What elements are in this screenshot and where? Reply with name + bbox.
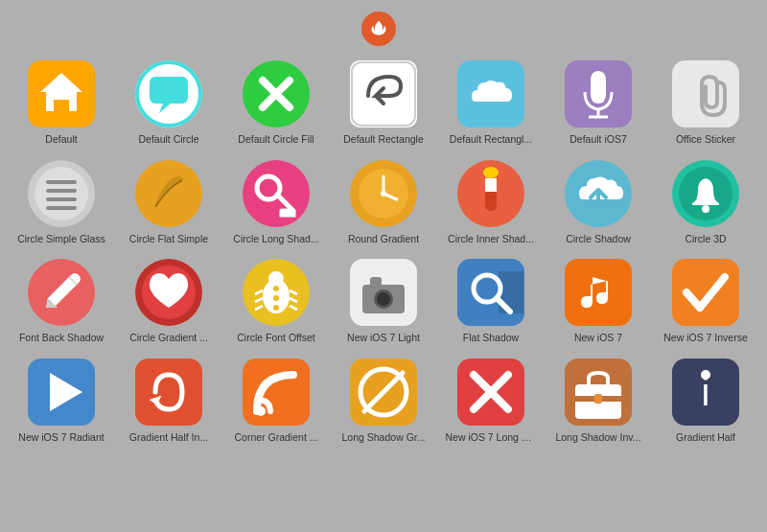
svg-point-20: [135, 160, 202, 227]
svg-point-33: [702, 205, 709, 213]
style-icon-default-ios7: [564, 59, 633, 128]
svg-rect-16: [46, 180, 77, 184]
svg-point-77: [701, 370, 710, 380]
style-label-circle-gradient: Circle Gradient ...: [129, 332, 208, 344]
style-item-long-shadow-inv[interactable]: Long Shadow Inv...: [545, 354, 652, 450]
style-label-default-circle-fill: Default Circle Fill: [238, 133, 314, 146]
style-label-flat-shadow: Flat Shadow: [463, 332, 519, 344]
style-icon-new-ios7: [564, 258, 633, 327]
style-icon-gradient-half: i: [671, 358, 740, 427]
style-icon-default-circle-fill: [242, 59, 311, 128]
style-label-new-ios7-light: New iOS 7 Light: [347, 332, 420, 344]
style-label-gradient-half: Gradient Half: [676, 431, 735, 444]
style-item-default-rectangle2[interactable]: Default Rectangl...: [437, 56, 545, 151]
style-icon-new-ios7-light: [349, 258, 418, 327]
style-label-default: Default: [45, 133, 77, 146]
style-icon-new-ios7-inverse: [671, 258, 740, 327]
style-label-long-shadow-gr: Long Shadow Gr...: [342, 431, 426, 444]
style-icon-font-back-shadow: [27, 258, 96, 327]
style-icon-corner-gradient: [242, 358, 311, 427]
style-icon-circle-shadow: [564, 159, 633, 228]
style-item-circle-simple-glass[interactable]: Circle Simple Glass: [8, 155, 115, 251]
style-icon-new-ios7-radiant: [27, 358, 96, 427]
style-icon-long-shadow-inv: [564, 358, 633, 427]
style-icon-circle-simple-glass: [27, 159, 96, 228]
svg-rect-3: [150, 77, 188, 104]
style-item-corner-gradient[interactable]: Corner Gradient ...: [222, 354, 330, 450]
style-item-office-sticker[interactable]: Office Sticker: [652, 56, 759, 151]
style-label-font-back-shadow: Font Back Shadow: [19, 332, 104, 344]
style-icon-office-sticker: [671, 59, 740, 128]
style-item-new-ios7[interactable]: New iOS 7: [545, 254, 652, 350]
style-item-new-ios7-inverse[interactable]: New iOS 7 Inverse: [652, 254, 759, 350]
style-label-new-ios7: New iOS 7: [574, 332, 622, 344]
style-icon-gradient-half-in: [134, 358, 203, 427]
style-icon-circle-3d: [671, 159, 740, 228]
style-icon-circle-inner-shadow: [456, 159, 525, 228]
page-header: [0, 0, 767, 56]
style-label-new-ios7-radiant: New iOS 7 Radiant: [18, 431, 104, 444]
style-label-circle-long-shadow: Circle Long Shad...: [233, 233, 318, 245]
style-icon-long-shadow-gr: [349, 358, 418, 427]
style-item-circle-flat-simple[interactable]: Circle Flat Simple: [115, 155, 222, 251]
svg-rect-59: [565, 259, 632, 326]
svg-point-48: [273, 295, 279, 301]
svg-point-27: [381, 191, 386, 197]
svg-rect-60: [672, 259, 739, 326]
svg-rect-74: [594, 394, 602, 404]
svg-rect-18: [46, 197, 77, 201]
style-label-circle-flat-simple: Circle Flat Simple: [129, 233, 208, 245]
style-item-circle-inner-shadow[interactable]: Circle Inner Shad...: [437, 155, 545, 251]
style-item-gradient-half-in[interactable]: Gradient Half In...: [115, 354, 222, 450]
svg-point-40: [268, 271, 284, 287]
style-icon-flat-shadow: [456, 258, 525, 327]
style-item-new-ios7-light[interactable]: New iOS 7 Light: [330, 254, 437, 350]
style-label-default-ios7: Default iOS7: [569, 133, 627, 146]
style-icon-circle-long-shadow: [242, 159, 311, 228]
style-label-circle-simple-glass: Circle Simple Glass: [17, 233, 105, 245]
style-item-default-rectangle[interactable]: Default Rectangle: [330, 56, 437, 151]
svg-rect-17: [46, 189, 77, 193]
svg-point-15: [35, 167, 88, 220]
style-icon-default: [27, 59, 96, 128]
style-item-circle-long-shadow[interactable]: Circle Long Shad...: [222, 155, 330, 251]
style-label-default-rectangle2: Default Rectangl...: [450, 133, 532, 146]
style-icon-default-circle: [134, 59, 203, 128]
style-item-circle-3d[interactable]: Circle 3D: [652, 155, 759, 251]
svg-point-53: [377, 292, 390, 306]
svg-rect-63: [243, 359, 310, 426]
style-icon-new-ios7-long: [456, 358, 525, 427]
style-label-default-circle: Default Circle: [138, 133, 198, 146]
style-item-font-back-shadow[interactable]: Font Back Shadow: [8, 254, 115, 350]
style-item-circle-shadow[interactable]: Circle Shadow: [545, 155, 652, 251]
svg-point-47: [273, 286, 279, 291]
style-label-circle-inner-shadow: Circle Inner Shad...: [448, 233, 534, 245]
style-item-default[interactable]: Default: [8, 56, 115, 151]
style-icon-default-rectangle2: [456, 59, 525, 128]
style-item-gradient-half[interactable]: iGradient Half: [652, 354, 759, 450]
style-item-default-circle-fill[interactable]: Default Circle Fill: [222, 56, 330, 151]
svg-rect-62: [135, 359, 202, 426]
svg-point-49: [273, 305, 279, 311]
style-label-round-gradient: Round Gradient: [348, 233, 419, 245]
style-item-new-ios7-long[interactable]: New iOS 7 Long S...: [437, 354, 545, 450]
style-label-default-rectangle: Default Rectangle: [343, 133, 423, 146]
style-item-flat-shadow[interactable]: Flat Shadow: [437, 254, 545, 350]
style-item-circle-font-offset[interactable]: Circle Font Offset: [222, 254, 330, 350]
styles-grid: DefaultDefault CircleDefault Circle Fill…: [0, 56, 767, 456]
style-item-circle-gradient[interactable]: Circle Gradient ...: [115, 254, 222, 350]
style-icon-circle-font-offset: [242, 258, 311, 327]
style-item-round-gradient[interactable]: Round Gradient: [330, 155, 437, 251]
style-item-default-ios7[interactable]: Default iOS7: [545, 56, 652, 151]
svg-point-29: [483, 167, 499, 178]
svg-rect-54: [370, 277, 382, 287]
svg-point-64: [256, 406, 266, 416]
style-icon-default-rectangle: [349, 59, 418, 128]
style-label-gradient-half-in: Gradient Half In...: [129, 431, 208, 444]
style-label-new-ios7-inverse: New iOS 7 Inverse: [663, 332, 748, 344]
style-item-long-shadow-gr[interactable]: Long Shadow Gr...: [330, 354, 437, 450]
header-icon: [361, 12, 396, 46]
style-item-default-circle[interactable]: Default Circle: [115, 56, 222, 151]
style-label-corner-gradient: Corner Gradient ...: [235, 431, 318, 444]
style-item-new-ios7-radiant[interactable]: New iOS 7 Radiant: [8, 354, 115, 450]
